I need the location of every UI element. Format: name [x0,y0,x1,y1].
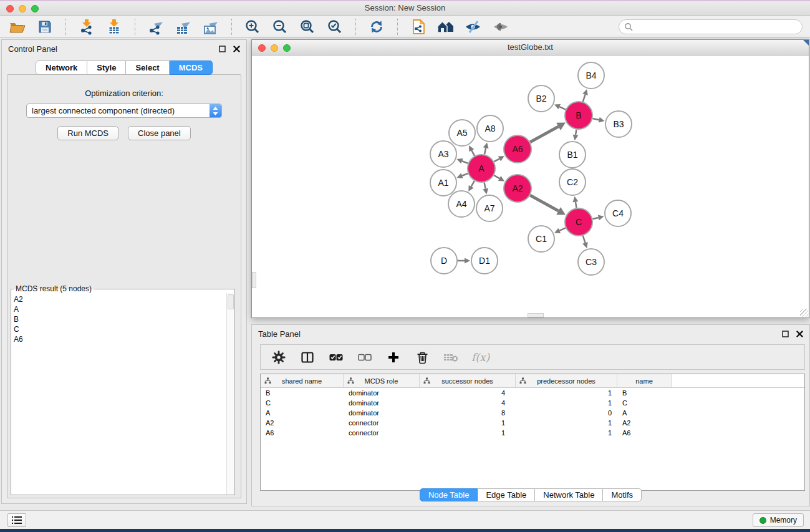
close-table-panel-button[interactable] [796,331,803,337]
network-canvas[interactable]: AA1A2A3A4A5A6A7A8BB1B2B3B4CC1C2C3C4DD1 [252,56,809,317]
graph-edge-A-A3[interactable] [462,161,468,163]
tab-mcds[interactable]: MCDS [170,60,213,75]
open-file-button[interactable] [7,18,27,36]
show-columns-button[interactable] [299,349,316,365]
function-builder-button[interactable]: f(x) [471,349,489,365]
show-all-button[interactable] [491,18,511,36]
table-row[interactable]: Cdominator41C [261,398,804,408]
minimize-window-button[interactable] [19,5,26,12]
graph-node-label: B4 [586,70,596,80]
table-tab-node-table[interactable]: Node Table [420,488,478,501]
graph-edge-A-A4[interactable] [471,181,475,186]
graph-edge-C-C3[interactable] [583,236,586,243]
memory-button[interactable]: Memory [753,513,804,527]
import-table-button[interactable] [104,18,124,36]
zoom-in-button[interactable] [243,18,263,36]
mcds-result-list[interactable]: A2ABCA6 [11,293,226,495]
column-header-successor-nodes[interactable]: successor nodes [420,374,516,387]
table-row[interactable]: A6connector11A6 [261,428,804,438]
float-table-panel-button[interactable] [782,331,789,337]
zoom-out-button[interactable] [270,18,290,36]
float-panel-button[interactable] [219,46,226,52]
tab-network[interactable]: Network [36,60,87,75]
graph-edge-A2-C[interactable] [530,195,558,211]
save-session-button[interactable] [35,18,55,36]
search-input[interactable] [636,22,797,31]
hide-selected-button[interactable] [463,18,483,36]
graph-edge-B-B4[interactable] [583,95,586,102]
tab-style[interactable]: Style [87,60,126,75]
column-header-predecessor-nodes[interactable]: predecessor nodes [516,374,617,387]
table-settings-button[interactable] [271,349,287,365]
table-row[interactable]: Adominator80A [261,408,804,418]
graph-node-label: B [576,110,581,120]
graph-edge-B-B3[interactable] [592,118,599,120]
graph-edge-C-C1[interactable] [559,228,566,230]
minimize-network-button[interactable] [271,44,278,52]
eye-icon [492,19,509,34]
result-item[interactable]: A6 [14,334,226,344]
graph-edge-B-B1[interactable] [576,130,576,135]
result-item[interactable]: A [14,304,226,314]
export-image-icon [203,19,219,35]
task-history-button[interactable] [7,513,26,527]
table-cell: 1 [420,429,516,437]
table-row[interactable]: Bdominator41B [261,388,804,398]
control-panel-header: Control Panel [2,40,246,57]
canvas-hscroll-thumb[interactable] [528,313,544,317]
result-item[interactable]: B [14,314,226,324]
resize-grip[interactable] [800,309,808,317]
criterion-dropdown[interactable]: largest connected component (directed) [26,104,222,118]
table-cell: A6 [261,429,344,437]
tab-select[interactable]: Select [126,60,169,75]
edge-arrowhead-icon [573,135,579,141]
export-table-button[interactable] [173,18,193,36]
run-mcds-button[interactable]: Run MCDS [57,126,118,140]
close-panel-button-mcds[interactable]: Close panel [128,126,191,140]
refresh-view-button[interactable] [367,18,387,36]
select-all-columns-button[interactable] [328,349,344,365]
deselect-all-columns-button[interactable] [357,349,373,365]
graph-edge-C-C2[interactable] [576,202,577,208]
column-header-MCDS-role[interactable]: MCDS role [344,374,420,387]
export-image-button[interactable] [201,18,221,36]
result-scrollbar[interactable] [226,293,234,495]
zoom-network-button[interactable] [283,44,291,52]
network-graph[interactable]: AA1A2A3A4A5A6A7A8BB1B2B3B4CC1C2C3C4DD1 [252,56,809,317]
export-network-button[interactable] [146,18,166,36]
graph-edge-A-A8[interactable] [485,148,486,154]
zoom-selected-button[interactable] [325,18,345,36]
graph-edge-C-C4[interactable] [592,218,598,219]
add-column-button[interactable] [385,349,402,365]
zoom-fit-button[interactable] [297,18,317,36]
plus-icon [388,352,399,363]
zoom-window-button[interactable] [31,5,39,12]
close-panel-button[interactable] [233,46,240,52]
table-tab-edge-table[interactable]: Edge Table [478,488,535,501]
result-scrollbar-thumb[interactable] [228,294,234,309]
graph-edge-A-A7[interactable] [485,183,486,189]
graph-edge-A-A5[interactable] [471,150,475,156]
canvas-vscroll-thumb[interactable] [252,272,256,288]
column-header-shared-name[interactable]: shared name [261,374,344,387]
first-neighbors-button[interactable] [436,18,456,36]
table-tab-network-table[interactable]: Network Table [535,488,603,501]
graph-edge-A-A2[interactable] [494,175,499,178]
column-header-name[interactable]: name [617,374,672,387]
table-row[interactable]: A2connector11A2 [261,418,804,428]
import-network-button[interactable] [77,18,97,36]
table-cell: A [617,409,672,417]
close-network-button[interactable] [258,44,266,52]
graph-edge-A-A6[interactable] [494,159,499,162]
graph-edge-B-B2[interactable] [559,107,566,109]
graph-edge-A6-B[interactable] [530,127,558,142]
delete-column-button[interactable] [414,349,430,365]
result-item[interactable]: C [14,324,226,334]
delete-table-button[interactable] [443,349,459,365]
checked-boxes-icon [329,353,343,362]
close-window-button[interactable] [6,5,14,12]
new-network-from-selection-button[interactable] [408,18,428,36]
table-tab-motifs[interactable]: Motifs [603,488,642,501]
result-item[interactable]: A2 [14,294,226,304]
graph-edge-A-A1[interactable] [462,173,468,176]
